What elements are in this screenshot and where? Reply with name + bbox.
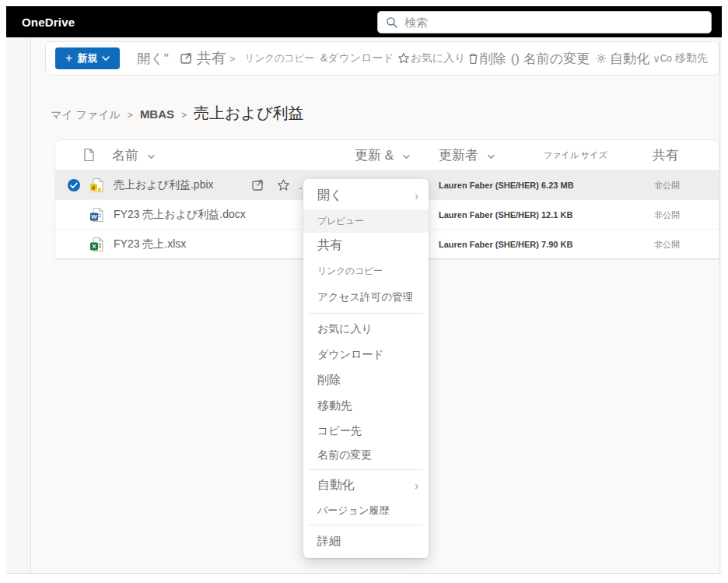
toolbar-move-to[interactable]: Co 移動先 [660, 51, 708, 65]
menu-item-manage-access[interactable]: アクセス許可の管理 [303, 284, 429, 311]
svg-text:W: W [91, 213, 97, 220]
chevron-icon: > [229, 53, 236, 65]
chevron-right-icon: › [415, 479, 418, 492]
menu-item-version-history[interactable]: バージョン履歴 [303, 498, 429, 522]
breadcrumb-mbas[interactable]: MBAS [140, 107, 174, 121]
share-icon[interactable] [251, 178, 265, 192]
toolbar-copy-link[interactable]: リンクのコピー [244, 51, 313, 65]
app-title: OneDrive [22, 16, 75, 29]
chevron-right-icon: › [415, 190, 418, 202]
column-header-modified[interactable]: 更新 & [355, 146, 410, 164]
menu-divider [309, 313, 423, 314]
svg-text:X: X [92, 243, 96, 250]
file-size: 6.23 MB [541, 181, 574, 190]
menu-item-copy-link[interactable]: リンクのコピー [303, 258, 429, 284]
pbix-file-icon [89, 177, 105, 193]
new-button-label: 新規 [77, 51, 97, 65]
menu-item-favorite[interactable]: お気に入り [303, 316, 429, 342]
menu-item-share[interactable]: 共有 [303, 233, 429, 258]
toolbar-rename[interactable]: () 名前の変更 [511, 50, 590, 68]
file-list-header: 名前 更新 & 更新者 ファイル サイズ 共有 [55, 140, 719, 170]
file-name[interactable]: FY23 売上および利益.docx [114, 208, 246, 222]
column-header-modified-by[interactable]: 更新者 [439, 146, 495, 164]
breadcrumb: マイ ファイル > MBAS > 売上および利益 [51, 103, 303, 124]
search-icon [386, 16, 398, 29]
left-nav-rail[interactable] [6, 37, 31, 573]
modified-by: Lauren Faber (SHE/HER) [439, 240, 539, 249]
context-menu: 開く › プレビュー 共有 リンクのコピー アクセス許可の管理 お気に入り ダウ… [303, 179, 429, 558]
menu-item-details[interactable]: 詳細 [303, 528, 429, 554]
toolbar-favorite[interactable]: お気に入り [397, 51, 466, 65]
breadcrumb-my-files[interactable]: マイ ファイル [51, 108, 121, 122]
star-icon [397, 52, 410, 65]
toolbar-automate[interactable]: 自動化 ∨ [596, 50, 660, 68]
toolbar-open[interactable]: 開く" [137, 50, 168, 68]
menu-item-delete[interactable]: 削除 [303, 367, 429, 393]
trash-icon [467, 52, 479, 65]
toolbar-delete[interactable]: 削除 [467, 50, 506, 68]
file-name[interactable]: FY23 売上.xlsx [114, 237, 186, 251]
share-icon [180, 51, 194, 65]
toolbar-download[interactable]: &ダウンロード [320, 51, 394, 65]
chevron-down-icon [148, 155, 155, 160]
breadcrumb-separator: > [128, 110, 133, 121]
sharing-status: 非公開 [654, 179, 680, 191]
new-button[interactable]: + 新規 [55, 47, 120, 69]
excel-file-icon: X [89, 237, 105, 252]
word-file-icon: W [89, 207, 105, 223]
app-canvas: + 新規 開く" 共有 > リンクのコピー & [6, 37, 722, 574]
column-header-name[interactable]: 名前 [112, 146, 155, 164]
onedrive-page: OneDrive + 新規 開く" [0, 0, 728, 583]
menu-item-move-to[interactable]: 移動先 [303, 393, 429, 419]
chevron-down-icon [488, 155, 495, 160]
file-size: 12.1 KB [541, 210, 572, 220]
file-size: 7.90 KB [541, 240, 572, 249]
plus-icon: + [65, 52, 72, 65]
search-input[interactable] [404, 16, 692, 29]
column-header-file-size[interactable]: ファイル サイズ [544, 149, 607, 161]
breadcrumb-separator: > [181, 110, 187, 121]
chevron-down-icon [403, 155, 410, 160]
selected-check-icon[interactable] [67, 178, 81, 192]
page-title: 売上および利益 [194, 103, 303, 124]
menu-item-download[interactable]: ダウンロード [303, 342, 429, 367]
file-name[interactable]: 売上および利益.pbix [114, 178, 214, 192]
menu-item-rename[interactable]: 名前の変更 [303, 443, 429, 467]
move-to-icon: Co [660, 53, 672, 64]
menu-divider [309, 525, 423, 525]
menu-item-copy-to[interactable]: コピー先 [303, 419, 429, 443]
chevron-icon: ∨ [653, 53, 660, 65]
menu-item-preview[interactable]: プレビュー [303, 209, 429, 233]
star-icon[interactable] [277, 178, 290, 191]
top-app-bar: OneDrive [6, 6, 722, 37]
menu-item-open[interactable]: 開く › [303, 182, 429, 209]
gear-icon [596, 53, 607, 64]
menu-item-automate[interactable]: 自動化 › [303, 472, 429, 498]
toolbar-share[interactable]: 共有 > [180, 48, 236, 68]
command-toolbar: + 新規 開く" 共有 > リンクのコピー & [45, 41, 719, 76]
sharing-status: 非公開 [654, 238, 680, 250]
chevron-down-icon [102, 56, 110, 61]
document-icon [83, 149, 94, 162]
menu-divider [309, 469, 423, 470]
modified-by: Lauren Faber (SHE/HER) [439, 181, 539, 190]
sharing-status: 非公開 [654, 209, 680, 220]
search-box[interactable] [377, 11, 712, 33]
column-header-sharing[interactable]: 共有 [653, 146, 679, 164]
modified-by: Lauren Faber (SHE/HER) [439, 210, 539, 220]
scroll-gutter [719, 37, 720, 573]
